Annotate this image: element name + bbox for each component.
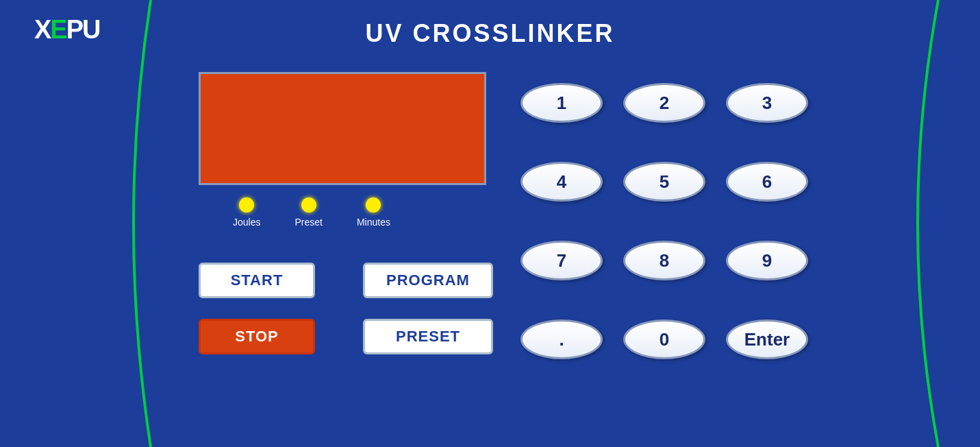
program-button[interactable]: PROGRAM — [363, 263, 493, 298]
display-screen — [199, 72, 486, 185]
key-6-button[interactable]: 6 — [726, 162, 808, 202]
key-dot-button[interactable]: . — [520, 319, 603, 359]
dot-preset — [301, 197, 316, 213]
key-3-button[interactable]: 3 — [726, 83, 808, 123]
indicator-preset: Preset — [294, 197, 322, 228]
key-4-button[interactable]: 4 — [520, 162, 603, 202]
label-preset: Preset — [294, 217, 322, 228]
page-title: UV CROSSLINKER — [0, 19, 980, 48]
start-button[interactable]: START — [199, 263, 315, 298]
stop-button[interactable]: STOP — [199, 319, 315, 354]
key-1-button[interactable]: 1 — [520, 83, 603, 123]
key-enter-button[interactable]: Enter — [726, 319, 808, 359]
key-0-button[interactable]: 0 — [623, 319, 705, 359]
key-8-button[interactable]: 8 — [623, 241, 705, 280]
key-9-button[interactable]: 9 — [726, 241, 808, 280]
indicator-joules: Joules — [233, 197, 260, 228]
indicator-minutes: Minutes — [357, 197, 390, 228]
preset-button[interactable]: PRESET — [363, 319, 493, 354]
key-2-button[interactable]: 2 — [623, 83, 705, 123]
key-7-button[interactable]: 7 — [520, 241, 603, 280]
dot-minutes — [366, 197, 381, 213]
label-joules: Joules — [233, 217, 260, 228]
key-5-button[interactable]: 5 — [623, 162, 705, 202]
label-minutes: Minutes — [357, 217, 390, 228]
indicators-row: Joules Preset Minutes — [233, 197, 390, 228]
background — [0, 0, 980, 447]
dot-joules — [239, 197, 254, 213]
keypad: 123456789.0Enter — [520, 65, 808, 377]
